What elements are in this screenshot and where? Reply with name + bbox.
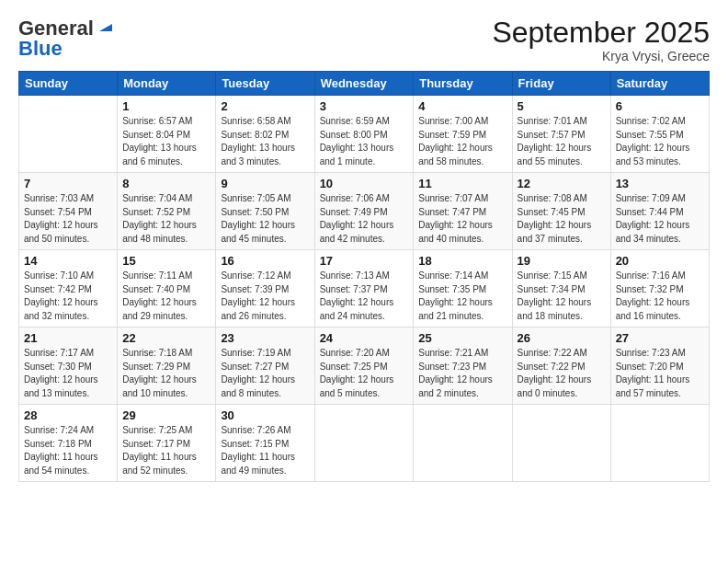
- calendar-header-row: SundayMondayTuesdayWednesdayThursdayFrid…: [19, 72, 710, 96]
- day-number: 14: [24, 254, 112, 268]
- day-number: 10: [320, 177, 409, 190]
- calendar-cell: 24Sunrise: 7:20 AM Sunset: 7:25 PM Dayli…: [314, 327, 414, 405]
- calendar-week-3: 14Sunrise: 7:10 AM Sunset: 7:42 PM Dayli…: [19, 250, 710, 327]
- svg-marker-0: [99, 24, 112, 31]
- title-block: September 2025 Krya Vrysi, Greece: [492, 17, 710, 63]
- calendar-cell: 18Sunrise: 7:14 AM Sunset: 7:35 PM Dayli…: [414, 250, 512, 327]
- calendar-week-4: 21Sunrise: 7:17 AM Sunset: 7:30 PM Dayli…: [19, 327, 710, 405]
- day-number: 1: [122, 99, 210, 113]
- calendar-cell: 14Sunrise: 7:10 AM Sunset: 7:42 PM Dayli…: [19, 250, 118, 327]
- col-header-monday: Monday: [118, 72, 216, 96]
- day-info: Sunrise: 7:03 AM Sunset: 7:54 PM Dayligh…: [24, 192, 112, 246]
- col-header-wednesday: Wednesday: [314, 72, 414, 96]
- day-number: 9: [221, 177, 309, 190]
- col-header-sunday: Sunday: [19, 72, 118, 96]
- calendar-cell: 8Sunrise: 7:04 AM Sunset: 7:52 PM Daylig…: [118, 173, 216, 250]
- calendar-cell: [512, 405, 610, 482]
- day-number: 12: [518, 177, 606, 190]
- day-number: 5: [518, 99, 606, 113]
- day-info: Sunrise: 7:20 AM Sunset: 7:25 PM Dayligh…: [320, 347, 409, 400]
- calendar-cell: 22Sunrise: 7:18 AM Sunset: 7:29 PM Dayli…: [118, 327, 216, 405]
- calendar-cell: 1Sunrise: 6:57 AM Sunset: 8:04 PM Daylig…: [118, 96, 216, 173]
- day-info: Sunrise: 7:13 AM Sunset: 7:37 PM Dayligh…: [320, 270, 409, 323]
- location-subtitle: Krya Vrysi, Greece: [492, 49, 710, 63]
- calendar-cell: 15Sunrise: 7:11 AM Sunset: 7:40 PM Dayli…: [118, 250, 216, 327]
- day-info: Sunrise: 7:17 AM Sunset: 7:30 PM Dayligh…: [24, 347, 112, 400]
- day-info: Sunrise: 7:10 AM Sunset: 7:42 PM Dayligh…: [24, 270, 112, 323]
- day-number: 2: [221, 99, 309, 113]
- day-number: 3: [320, 99, 409, 113]
- calendar-cell: [414, 405, 512, 482]
- day-number: 11: [418, 177, 506, 190]
- calendar-cell: 29Sunrise: 7:25 AM Sunset: 7:17 PM Dayli…: [118, 405, 216, 482]
- day-info: Sunrise: 7:09 AM Sunset: 7:44 PM Dayligh…: [616, 192, 704, 246]
- day-info: Sunrise: 7:07 AM Sunset: 7:47 PM Dayligh…: [418, 192, 506, 246]
- calendar-cell: 9Sunrise: 7:05 AM Sunset: 7:50 PM Daylig…: [216, 173, 314, 250]
- calendar-cell: 13Sunrise: 7:09 AM Sunset: 7:44 PM Dayli…: [610, 173, 709, 250]
- calendar-cell: 4Sunrise: 7:00 AM Sunset: 7:59 PM Daylig…: [414, 96, 512, 173]
- col-header-thursday: Thursday: [414, 72, 512, 96]
- day-info: Sunrise: 7:18 AM Sunset: 7:29 PM Dayligh…: [122, 347, 210, 400]
- day-info: Sunrise: 7:01 AM Sunset: 7:57 PM Dayligh…: [518, 115, 606, 168]
- day-number: 4: [418, 99, 506, 113]
- calendar-cell: 6Sunrise: 7:02 AM Sunset: 7:55 PM Daylig…: [610, 96, 709, 173]
- calendar-week-2: 7Sunrise: 7:03 AM Sunset: 7:54 PM Daylig…: [19, 173, 710, 250]
- day-info: Sunrise: 6:59 AM Sunset: 8:00 PM Dayligh…: [320, 115, 409, 168]
- day-info: Sunrise: 7:24 AM Sunset: 7:18 PM Dayligh…: [24, 424, 112, 477]
- day-number: 8: [122, 177, 210, 190]
- col-header-friday: Friday: [512, 72, 610, 96]
- calendar-cell: 2Sunrise: 6:58 AM Sunset: 8:02 PM Daylig…: [216, 96, 314, 173]
- day-number: 25: [418, 331, 506, 345]
- day-number: 20: [616, 254, 704, 268]
- calendar-cell: 10Sunrise: 7:06 AM Sunset: 7:49 PM Dayli…: [314, 173, 414, 250]
- day-number: 13: [616, 177, 704, 190]
- calendar-week-1: 1Sunrise: 6:57 AM Sunset: 8:04 PM Daylig…: [19, 96, 710, 173]
- calendar-cell: 12Sunrise: 7:08 AM Sunset: 7:45 PM Dayli…: [512, 173, 610, 250]
- day-number: 18: [418, 254, 506, 268]
- day-info: Sunrise: 7:23 AM Sunset: 7:20 PM Dayligh…: [616, 347, 704, 400]
- day-info: Sunrise: 7:14 AM Sunset: 7:35 PM Dayligh…: [418, 270, 506, 323]
- calendar-cell: [19, 96, 118, 173]
- calendar-cell: 3Sunrise: 6:59 AM Sunset: 8:00 PM Daylig…: [314, 96, 414, 173]
- day-number: 28: [24, 408, 112, 422]
- calendar-cell: 7Sunrise: 7:03 AM Sunset: 7:54 PM Daylig…: [19, 173, 118, 250]
- calendar-table: SundayMondayTuesdayWednesdayThursdayFrid…: [18, 71, 710, 482]
- calendar-cell: 11Sunrise: 7:07 AM Sunset: 7:47 PM Dayli…: [414, 173, 512, 250]
- calendar-cell: 21Sunrise: 7:17 AM Sunset: 7:30 PM Dayli…: [19, 327, 118, 405]
- day-info: Sunrise: 7:00 AM Sunset: 7:59 PM Dayligh…: [418, 115, 506, 168]
- day-info: Sunrise: 7:11 AM Sunset: 7:40 PM Dayligh…: [122, 270, 210, 323]
- logo-blue: Blue: [18, 37, 63, 61]
- day-info: Sunrise: 7:06 AM Sunset: 7:49 PM Dayligh…: [320, 192, 409, 246]
- day-number: 30: [221, 408, 309, 422]
- header: General Blue September 2025 Krya Vrysi, …: [18, 17, 710, 63]
- day-number: 15: [122, 254, 210, 268]
- day-info: Sunrise: 7:26 AM Sunset: 7:15 PM Dayligh…: [221, 424, 309, 477]
- calendar-cell: 5Sunrise: 7:01 AM Sunset: 7:57 PM Daylig…: [512, 96, 610, 173]
- day-number: 23: [221, 331, 309, 345]
- day-info: Sunrise: 7:04 AM Sunset: 7:52 PM Dayligh…: [122, 192, 210, 246]
- calendar-cell: [610, 405, 709, 482]
- day-info: Sunrise: 7:08 AM Sunset: 7:45 PM Dayligh…: [518, 192, 606, 246]
- calendar-cell: 27Sunrise: 7:23 AM Sunset: 7:20 PM Dayli…: [610, 327, 709, 405]
- col-header-tuesday: Tuesday: [216, 72, 314, 96]
- day-number: 6: [616, 99, 704, 113]
- day-info: Sunrise: 7:25 AM Sunset: 7:17 PM Dayligh…: [122, 424, 210, 477]
- day-number: 24: [320, 331, 409, 345]
- day-number: 27: [616, 331, 704, 345]
- calendar-week-5: 28Sunrise: 7:24 AM Sunset: 7:18 PM Dayli…: [19, 405, 710, 482]
- calendar-cell: 17Sunrise: 7:13 AM Sunset: 7:37 PM Dayli…: [314, 250, 414, 327]
- day-info: Sunrise: 7:21 AM Sunset: 7:23 PM Dayligh…: [418, 347, 506, 400]
- day-number: 26: [518, 331, 606, 345]
- col-header-saturday: Saturday: [610, 72, 709, 96]
- day-info: Sunrise: 7:02 AM Sunset: 7:55 PM Dayligh…: [616, 115, 704, 168]
- month-title: September 2025: [492, 17, 710, 49]
- day-number: 21: [24, 331, 112, 345]
- day-info: Sunrise: 6:57 AM Sunset: 8:04 PM Dayligh…: [122, 115, 210, 168]
- day-number: 16: [221, 254, 309, 268]
- day-info: Sunrise: 7:19 AM Sunset: 7:27 PM Dayligh…: [221, 347, 309, 400]
- page: General Blue September 2025 Krya Vrysi, …: [0, 0, 728, 563]
- calendar-cell: 30Sunrise: 7:26 AM Sunset: 7:15 PM Dayli…: [216, 405, 314, 482]
- calendar-cell: 23Sunrise: 7:19 AM Sunset: 7:27 PM Dayli…: [216, 327, 314, 405]
- logo: General Blue: [18, 17, 112, 61]
- logo-icon: [96, 18, 112, 35]
